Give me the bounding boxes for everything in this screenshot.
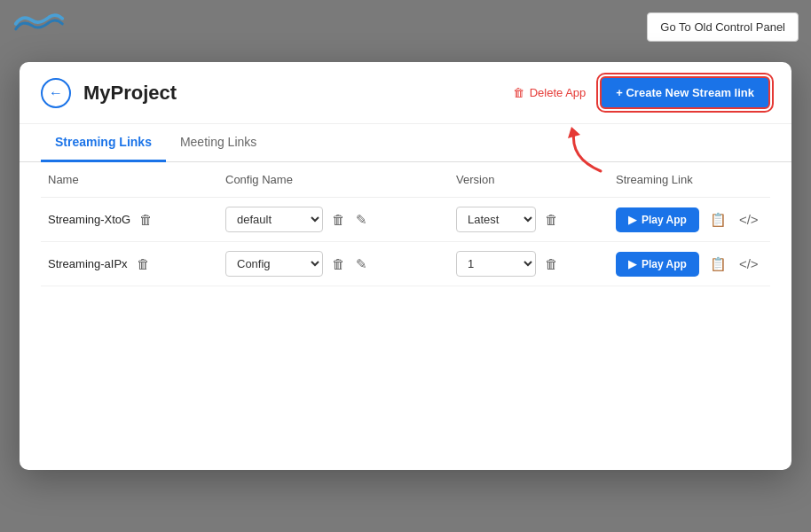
- create-stream-link-button[interactable]: + Create New Stream link: [600, 76, 770, 109]
- col-header-version: Version: [456, 173, 616, 186]
- col-header-streaming-link: Streaming Link: [616, 173, 763, 186]
- modal-container: ← MyProject 🗑 Delete App + Create New St…: [20, 62, 791, 470]
- row2-play-app-button[interactable]: ▶ Play App: [616, 252, 699, 277]
- row1-version-select[interactable]: Latest 1 2: [456, 207, 536, 232]
- row2-streaming-cell: ▶ Play App 📋 </>: [616, 252, 763, 277]
- delete-app-button[interactable]: 🗑 Delete App: [513, 86, 587, 99]
- trash-icon: 🗑: [513, 86, 524, 99]
- col-header-name: Name: [48, 173, 225, 186]
- row1-copy-button[interactable]: 📋: [708, 210, 728, 230]
- table-row: Streaming-XtoG 🗑 default Config 🗑 ✎ Late…: [41, 198, 770, 242]
- row1-version-delete-button[interactable]: 🗑: [543, 210, 560, 229]
- row2-version-cell: Latest 1 2 🗑: [456, 251, 616, 277]
- project-title: MyProject: [83, 82, 177, 105]
- modal-backdrop: ← MyProject 🗑 Delete App + Create New St…: [0, 0, 811, 532]
- row1-name: Streaming-XtoG: [48, 213, 130, 226]
- row2-config-edit-button[interactable]: ✎: [354, 254, 369, 274]
- row2-delete-button[interactable]: 🗑: [135, 254, 152, 273]
- row1-config-edit-button[interactable]: ✎: [354, 210, 369, 230]
- row2-version-select[interactable]: Latest 1 2: [456, 251, 536, 277]
- modal-header: ← MyProject 🗑 Delete App + Create New St…: [20, 62, 791, 124]
- table-row: Streaming-aIPx 🗑 default Config 🗑 ✎ Late…: [41, 242, 770, 286]
- col-header-config: Config Name: [225, 173, 456, 186]
- tab-streaming-links[interactable]: Streaming Links: [41, 124, 166, 162]
- table-container: Name Config Name Version Streaming Link …: [20, 162, 791, 286]
- row1-play-label: Play App: [642, 214, 687, 226]
- row1-name-cell: Streaming-XtoG 🗑: [48, 210, 225, 229]
- row2-name: Streaming-aIPx: [48, 257, 128, 270]
- row1-config-cell: default Config 🗑 ✎: [225, 207, 456, 232]
- row2-play-icon: ▶: [628, 258, 636, 270]
- row2-name-cell: Streaming-aIPx 🗑: [48, 254, 225, 273]
- row2-embed-button[interactable]: </>: [737, 254, 760, 273]
- row1-embed-button[interactable]: </>: [737, 210, 760, 229]
- header-right: 🗑 Delete App + Create New Stream link: [513, 76, 770, 109]
- row1-version-cell: Latest 1 2 🗑: [456, 207, 616, 232]
- tab-meeting-links[interactable]: Meeting Links: [166, 124, 271, 162]
- row1-play-icon: ▶: [628, 214, 636, 226]
- table-header-row: Name Config Name Version Streaming Link: [41, 162, 770, 198]
- back-icon: ←: [49, 85, 63, 101]
- row1-config-delete-button[interactable]: 🗑: [330, 210, 347, 229]
- row2-config-cell: default Config 🗑 ✎: [225, 251, 456, 277]
- row1-play-app-button[interactable]: ▶ Play App: [616, 207, 699, 232]
- row1-config-select[interactable]: default Config: [225, 207, 323, 232]
- row2-config-select[interactable]: default Config: [225, 251, 323, 277]
- header-left: ← MyProject: [41, 78, 177, 108]
- tabs-container: Streaming Links Meeting Links: [20, 124, 791, 162]
- delete-label: Delete App: [530, 86, 587, 99]
- row1-streaming-cell: ▶ Play App 📋 </>: [616, 207, 763, 232]
- row2-version-delete-button[interactable]: 🗑: [543, 254, 560, 273]
- row2-copy-button[interactable]: 📋: [708, 254, 728, 274]
- row1-delete-button[interactable]: 🗑: [138, 210, 154, 229]
- back-button[interactable]: ←: [41, 78, 71, 108]
- row2-config-delete-button[interactable]: 🗑: [330, 254, 347, 273]
- row2-play-label: Play App: [642, 258, 687, 270]
